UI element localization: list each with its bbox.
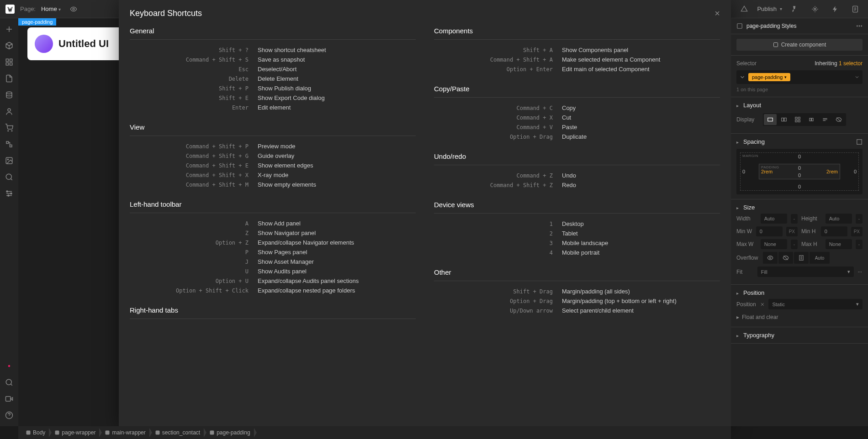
breadcrumb-item[interactable]: page-padding	[206, 429, 254, 437]
shortcut-description: Edit main of selected Component	[562, 66, 650, 73]
shortcut-row: Command + Shift + EShow element edges	[130, 161, 416, 170]
fit-more-icon[interactable]	[857, 269, 863, 275]
minw-input[interactable]	[756, 226, 783, 236]
element-type-icon	[736, 23, 743, 29]
shortcut-section-title: Components	[434, 27, 720, 40]
add-icon[interactable]	[2, 22, 16, 37]
chevron-down-icon[interactable]	[854, 74, 860, 80]
help-icon[interactable]	[2, 375, 16, 390]
create-component-button[interactable]: Create component	[736, 39, 863, 51]
overflow-auto-btn[interactable]: Auto	[810, 252, 830, 264]
maxw-unit[interactable]: -	[791, 240, 798, 249]
maxh-label: Max H	[801, 241, 822, 247]
spacing-expand-icon[interactable]	[856, 139, 863, 145]
preview-icon[interactable]	[66, 2, 81, 16]
overflow-label: Overflow	[736, 255, 759, 261]
layout-section-toggle[interactable]: Layout	[736, 102, 863, 109]
support-icon[interactable]	[2, 408, 16, 423]
width-unit[interactable]: -	[791, 214, 798, 224]
typography-section-toggle[interactable]: Typography	[736, 332, 863, 339]
shortcut-section-title: Left-hand toolbar	[130, 200, 416, 213]
close-icon[interactable]: ×	[715, 8, 720, 19]
display-inline-btn[interactable]	[819, 114, 831, 125]
minw-unit[interactable]: PX	[786, 227, 798, 236]
users-icon[interactable]	[2, 104, 16, 119]
ecommerce-icon[interactable]	[2, 120, 16, 135]
height-label: Height	[801, 215, 822, 222]
position-clear-icon[interactable]	[760, 301, 765, 308]
shortcut-description: Save as snapshot	[258, 56, 305, 63]
interactions-icon[interactable]	[828, 2, 842, 16]
margin-top-val[interactable]: 0	[798, 154, 801, 159]
padding-left-val[interactable]: 2rem	[761, 169, 773, 174]
spacing-editor[interactable]: MARGIN 0 0 0 0 PADDING 0 0 2rem 2rem	[736, 149, 863, 194]
display-button-group	[763, 113, 846, 126]
assets-icon[interactable]	[2, 153, 16, 168]
breadcrumb-item[interactable]: main-wrapper	[101, 429, 149, 437]
display-grid-btn[interactable]	[791, 114, 804, 125]
pages-icon[interactable]	[2, 71, 16, 86]
float-clear-toggle[interactable]: ▸Float and clear	[736, 312, 863, 322]
display-none-btn[interactable]	[832, 114, 845, 125]
cms-icon[interactable]	[2, 88, 16, 102]
display-inline-block-btn[interactable]	[805, 114, 818, 125]
webflow-logo[interactable]	[5, 5, 15, 14]
elements-icon[interactable]	[2, 38, 16, 53]
breadcrumb-item[interactable]: section_contact	[151, 429, 204, 437]
more-icon[interactable]	[856, 23, 863, 29]
paint-icon[interactable]	[788, 2, 802, 16]
svg-rect-45	[156, 431, 159, 434]
display-block-btn[interactable]	[764, 114, 777, 125]
page-name-dropdown[interactable]: Home	[41, 5, 61, 12]
margin-bottom-val[interactable]: 0	[798, 184, 801, 189]
shortcut-section-title: Copy/Paste	[434, 85, 720, 98]
size-section-toggle[interactable]: Size	[736, 204, 863, 211]
breadcrumb-item[interactable]: page-wrapper	[51, 429, 99, 437]
shortcut-keys: 2	[434, 230, 562, 237]
position-select[interactable]: Static▾	[768, 299, 863, 309]
overflow-visible-btn[interactable]	[763, 252, 778, 264]
apps-icon[interactable]	[2, 359, 16, 373]
settings-icon[interactable]	[808, 2, 822, 16]
logic-icon[interactable]	[2, 137, 16, 152]
breadcrumb-item[interactable]: Body	[22, 429, 49, 437]
overflow-scroll-btn[interactable]	[794, 252, 809, 264]
minh-unit[interactable]: PX	[851, 227, 863, 236]
panel-header: page-padding Styles	[746, 23, 852, 29]
search-icon[interactable]	[2, 170, 16, 184]
audit-icon[interactable]	[848, 2, 863, 16]
settings-panel-icon[interactable]	[2, 186, 16, 201]
shortcut-keys: Shift + Drag	[434, 288, 562, 295]
shortcut-keys: A	[130, 220, 258, 227]
shortcut-row: Option + UExpand/collapse Audits panel s…	[130, 276, 416, 286]
height-input[interactable]	[826, 214, 852, 224]
fit-select[interactable]: Fill▾	[757, 267, 854, 277]
margin-left-val[interactable]: 0	[742, 169, 745, 174]
overflow-hidden-btn[interactable]	[778, 252, 793, 264]
maxh-input[interactable]	[826, 239, 852, 249]
padding-right-val[interactable]: 2rem	[826, 169, 838, 174]
svg-rect-44	[106, 431, 109, 434]
minh-input[interactable]	[821, 226, 847, 236]
publish-button[interactable]: Publish	[757, 5, 782, 12]
margin-right-val[interactable]: 0	[854, 169, 857, 174]
staging-icon[interactable]	[737, 2, 752, 16]
video-icon[interactable]	[2, 392, 16, 406]
shortcut-section: Left-hand toolbarAShow Add panelZShow Na…	[130, 200, 416, 295]
shortcut-keys: Option + Drag	[434, 134, 562, 140]
height-unit[interactable]: -	[856, 214, 863, 224]
maxw-input[interactable]	[761, 239, 787, 249]
navigator-icon[interactable]	[2, 55, 16, 69]
selector-tag[interactable]: page-padding ▾	[748, 73, 790, 81]
shortcut-keys: Shift + P	[130, 85, 258, 92]
shortcut-description: Show Pages panel	[258, 249, 307, 256]
spacing-section-toggle[interactable]: Spacing	[736, 138, 765, 145]
position-section-toggle[interactable]: Position	[736, 289, 863, 296]
padding-top-val[interactable]: 0	[798, 165, 801, 171]
selector-input[interactable]: page-padding ▾	[736, 70, 863, 84]
width-input[interactable]	[761, 214, 787, 224]
svg-rect-43	[55, 431, 59, 434]
display-flex-btn[interactable]	[778, 114, 790, 125]
padding-bottom-val[interactable]: 0	[798, 172, 801, 178]
maxh-unit[interactable]: -	[856, 240, 863, 249]
